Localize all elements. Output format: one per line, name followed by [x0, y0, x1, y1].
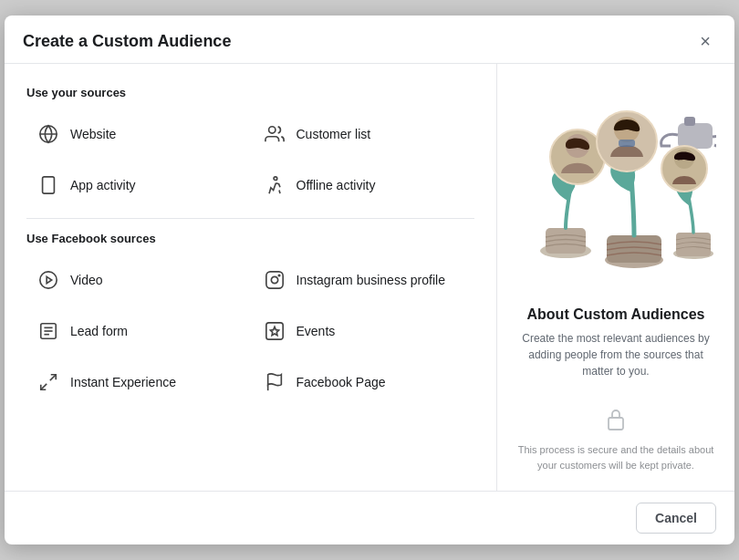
modal-title: Create a Custom Audience [23, 32, 231, 51]
option-app-activity[interactable]: App activity [26, 161, 249, 209]
svg-rect-24 [676, 233, 711, 256]
modal-overlay: Create a Custom Audience × Use your sour… [0, 0, 739, 560]
option-video[interactable]: Video [26, 256, 249, 304]
right-panel: About Custom Audiences Create the most r… [497, 64, 734, 491]
secure-text: This process is secure and the details a… [512, 442, 720, 472]
flag-icon [262, 369, 287, 395]
option-offline-activity[interactable]: Offline activity [253, 161, 475, 209]
divider [26, 218, 474, 219]
cancel-button[interactable]: Cancel [636, 503, 716, 534]
video-label: Video [70, 273, 103, 287]
your-sources-label: Use your sources [26, 86, 474, 99]
option-website[interactable]: Website [26, 110, 249, 158]
expand-icon [36, 369, 61, 395]
svg-line-17 [41, 384, 47, 389]
your-sources-grid: Website Customer list [26, 110, 474, 209]
mobile-icon [36, 172, 61, 198]
option-facebook-page[interactable]: Facebook Page [253, 358, 475, 406]
about-desc: Create the most relevant audiences by ad… [512, 330, 720, 379]
modal: Create a Custom Audience × Use your sour… [5, 16, 734, 544]
svg-point-4 [274, 177, 277, 181]
facebook-sources-grid: Video Instagram business profile [26, 256, 474, 406]
option-lead-form[interactable]: Lead form [26, 307, 249, 355]
svg-line-16 [50, 375, 56, 380]
svg-rect-34 [619, 140, 635, 147]
person-walk-icon [262, 172, 287, 198]
option-customer-list[interactable]: Customer list [253, 110, 475, 158]
svg-rect-37 [609, 418, 623, 430]
svg-point-5 [40, 272, 57, 288]
facebook-page-label: Facebook Page [297, 375, 386, 389]
website-label: Website [70, 127, 116, 141]
illustration [515, 82, 716, 292]
close-button[interactable]: × [694, 30, 716, 52]
events-label: Events [297, 324, 336, 338]
offline-activity-label: Offline activity [297, 178, 376, 192]
option-instant-experience[interactable]: Instant Experience [26, 358, 249, 406]
svg-rect-26 [684, 117, 695, 126]
svg-point-8 [271, 276, 277, 283]
option-events[interactable]: Events [253, 307, 475, 355]
svg-rect-7 [265, 272, 282, 288]
facebook-sources-label: Use Facebook sources [26, 232, 474, 245]
svg-marker-6 [47, 276, 52, 283]
star-icon [262, 318, 287, 344]
lead-form-label: Lead form [70, 324, 128, 338]
form-icon [36, 318, 61, 344]
secure-section: This process is secure and the details a… [512, 408, 720, 472]
modal-header: Create a Custom Audience × [5, 16, 734, 64]
modal-footer: Cancel [5, 491, 734, 544]
globe-icon [36, 121, 61, 147]
svg-marker-15 [270, 327, 278, 335]
play-circle-icon [36, 267, 61, 293]
svg-rect-25 [678, 123, 713, 149]
modal-body: Use your sources Website [5, 64, 734, 491]
customer-list-label: Customer list [297, 127, 371, 141]
option-instagram-business[interactable]: Instagram business profile [253, 256, 475, 304]
left-panel: Use your sources Website [5, 64, 497, 491]
about-title: About Custom Audiences [527, 306, 705, 323]
svg-rect-2 [43, 177, 55, 193]
lock-icon [606, 408, 626, 437]
instant-experience-label: Instant Experience [70, 375, 176, 389]
app-activity-label: App activity [70, 178, 136, 192]
svg-point-9 [278, 275, 279, 275]
instagram-business-label: Instagram business profile [297, 273, 445, 287]
instagram-icon [262, 267, 287, 293]
people-icon [262, 121, 287, 147]
svg-point-1 [268, 127, 275, 133]
